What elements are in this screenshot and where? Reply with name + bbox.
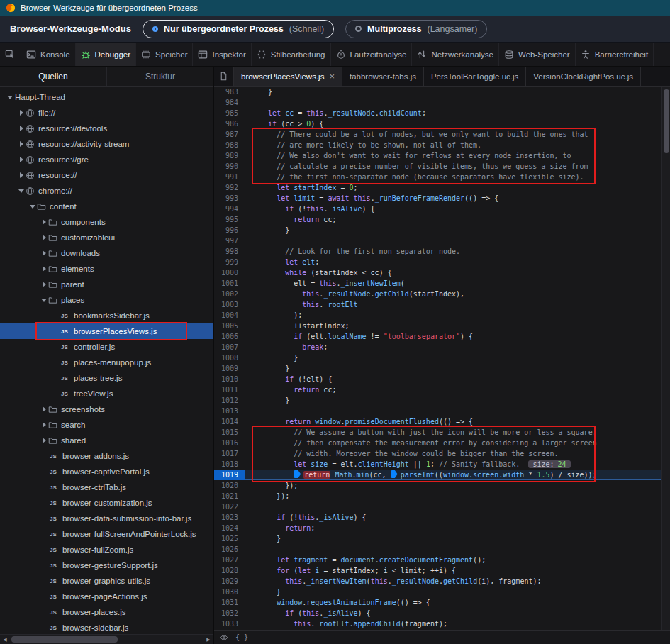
tree-item-resource://gre[interactable]: resource://gre <box>0 152 213 167</box>
tree-item-browser-sidebar.js[interactable]: JSbrowser-sidebar.js <box>0 620 213 634</box>
line-number[interactable]: 985 <box>214 108 245 118</box>
tree-item-components[interactable]: components <box>0 214 213 230</box>
line-number[interactable]: 995 <box>214 214 245 225</box>
tab-laufzeitanalyse[interactable]: Laufzeitanalyse <box>331 43 413 66</box>
tree-item-bookmarksSidebar.js[interactable]: JSbookmarksSidebar.js <box>0 308 213 323</box>
chevron-right-icon[interactable] <box>40 438 48 443</box>
line-number[interactable]: 993 <box>214 193 245 204</box>
line-number[interactable]: 1003 <box>214 299 245 310</box>
line-number[interactable]: 1011 <box>214 384 245 395</box>
column-breakpoint-icon[interactable] <box>294 470 301 478</box>
tree-item-elements[interactable]: elements <box>0 261 213 277</box>
line-number[interactable]: 1002 <box>214 289 245 299</box>
chevron-right-icon[interactable] <box>17 141 26 147</box>
tab-konsole[interactable]: Konsole <box>21 43 76 66</box>
tree-item-browser-ctrlTab.js[interactable]: JSbrowser-ctrlTab.js <box>0 479 213 495</box>
line-number[interactable]: 1008 <box>214 352 245 363</box>
column-breakpoint-icon[interactable] <box>391 470 398 478</box>
tab-struktur[interactable]: Struktur <box>107 67 213 86</box>
tree-item-downloads[interactable]: downloads <box>0 245 213 261</box>
chevron-right-icon[interactable] <box>17 157 26 162</box>
line-number[interactable]: 992 <box>214 182 245 193</box>
line-number[interactable]: 1006 <box>214 331 245 342</box>
tree-item-treeView.js[interactable]: JStreeView.js <box>0 386 213 401</box>
chevron-down-icon[interactable] <box>40 299 48 302</box>
scroll-right-icon[interactable]: ▶ <box>203 635 213 644</box>
line-number[interactable]: 1030 <box>214 587 245 597</box>
pretty-print-icon[interactable]: { } <box>235 633 248 641</box>
mode-option-multiprocess[interactable]: Multiprozess (Langsamer) <box>345 20 487 38</box>
tab-inspektor[interactable]: Inspektor <box>193 43 251 66</box>
tree-item-browser-fullScreenAndPointerLock.js[interactable]: JSbrowser-fullScreenAndPointerLock.js <box>0 526 213 542</box>
line-number[interactable]: 998 <box>214 246 245 257</box>
line-number[interactable]: 1022 <box>214 501 245 512</box>
line-number[interactable]: 1018 <box>214 459 245 470</box>
line-number[interactable]: 989 <box>214 150 245 161</box>
tree-item-browser-fullZoom.js[interactable]: JSbrowser-fullZoom.js <box>0 542 213 557</box>
line-number[interactable]: 1014 <box>214 416 245 427</box>
tree-item-places[interactable]: places <box>0 292 213 308</box>
chevron-right-icon[interactable] <box>40 235 48 240</box>
line-number[interactable]: 1020 <box>214 480 245 491</box>
tree-item-resource://devtools[interactable]: resource://devtools <box>0 121 213 136</box>
line-number[interactable]: 983 <box>214 87 245 97</box>
line-number[interactable]: 990 <box>214 161 245 172</box>
tree-item-Haupt-Thread[interactable]: Haupt-Thread <box>0 89 213 105</box>
chevron-right-icon[interactable] <box>17 110 26 116</box>
line-number[interactable]: 1029 <box>214 576 245 587</box>
tree-item-resource://[interactable]: resource:// <box>0 167 213 183</box>
line-number[interactable]: 994 <box>214 204 245 214</box>
blackbox-source-icon[interactable] <box>220 633 228 642</box>
tree-item-resource://activity-stream[interactable]: resource://activity-stream <box>0 136 213 152</box>
line-number[interactable]: 991 <box>214 172 245 182</box>
tree-item-browser-gestureSupport.js[interactable]: JSbrowser-gestureSupport.js <box>0 557 213 573</box>
tree-item-customizableui[interactable]: customizableui <box>0 230 213 245</box>
tree-item-browser-pageActions.js[interactable]: JSbrowser-pageActions.js <box>0 589 213 604</box>
line-number[interactable]: 1027 <box>214 555 245 565</box>
tree-item-browser-places.js[interactable]: JSbrowser-places.js <box>0 604 213 620</box>
tree-item-parent[interactable]: parent <box>0 277 213 292</box>
chevron-right-icon[interactable] <box>40 406 48 412</box>
tab-barrierefreiheit[interactable]: Barrierefreiheit <box>576 43 654 66</box>
scrollbar-thumb[interactable] <box>664 89 669 153</box>
line-number[interactable]: 1016 <box>214 438 245 448</box>
chevron-down-icon[interactable] <box>6 96 14 99</box>
tree-item-browser-customization.js[interactable]: JSbrowser-customization.js <box>0 495 213 511</box>
line-number[interactable]: 1031 <box>214 597 245 608</box>
line-number[interactable]: 987 <box>214 129 245 140</box>
tab-pick-element[interactable] <box>0 43 21 66</box>
chevron-right-icon[interactable] <box>40 250 48 256</box>
sidebar-horizontal-scrollbar[interactable]: ◀ ▶ <box>0 634 213 644</box>
scrollbar-thumb[interactable] <box>11 636 118 643</box>
line-number[interactable]: 1021 <box>214 491 245 501</box>
line-number[interactable]: 988 <box>214 140 245 150</box>
source-tab-PersToolBarToggle.uc.js[interactable]: PersToolBarToggle.uc.js <box>424 67 526 86</box>
line-number[interactable]: 1007 <box>214 342 245 352</box>
source-tab-tabbrowser-tabs.js[interactable]: tabbrowser-tabs.js <box>342 67 424 86</box>
line-number[interactable]: 1033 <box>214 618 245 629</box>
line-number[interactable]: 1032 <box>214 608 245 618</box>
line-number[interactable]: 1005 <box>214 321 245 331</box>
line-number[interactable]: 1015 <box>214 427 245 438</box>
tree-item-places-menupopup.js[interactable]: JSplaces-menupopup.js <box>0 355 213 370</box>
line-number[interactable]: 1019 <box>214 470 245 480</box>
source-tab-VersionClockRightPos.uc.js[interactable]: VersionClockRightPos.uc.js <box>526 67 641 86</box>
editor-vertical-scrollbar[interactable] <box>661 87 670 630</box>
chevron-right-icon[interactable] <box>40 422 48 428</box>
line-number[interactable]: 1025 <box>214 533 245 544</box>
pretty-source-icon[interactable] <box>214 67 234 86</box>
mode-option-parent-process[interactable]: Nur übergeordneter Prozess (Schnell) <box>143 20 334 38</box>
tree-item-browserPlacesViews.js[interactable]: JSbrowserPlacesViews.js <box>0 323 213 339</box>
tree-item-browser-data-submission-info-bar.js[interactable]: JSbrowser-data-submission-info-bar.js <box>0 511 213 526</box>
close-icon[interactable]: × <box>329 72 335 81</box>
tree-item-places-tree.js[interactable]: JSplaces-tree.js <box>0 370 213 386</box>
tree-item-search[interactable]: search <box>0 417 213 433</box>
tree-item-browser-captivePortal.js[interactable]: JSbrowser-captivePortal.js <box>0 464 213 479</box>
line-number[interactable]: 999 <box>214 257 245 267</box>
tree-item-browser-addons.js[interactable]: JSbrowser-addons.js <box>0 448 213 464</box>
line-number[interactable]: 1023 <box>214 512 245 523</box>
line-number[interactable]: 1009 <box>214 363 245 374</box>
line-number[interactable]: 1024 <box>214 523 245 533</box>
line-number[interactable]: 1026 <box>214 544 245 555</box>
chevron-down-icon[interactable] <box>28 205 37 209</box>
